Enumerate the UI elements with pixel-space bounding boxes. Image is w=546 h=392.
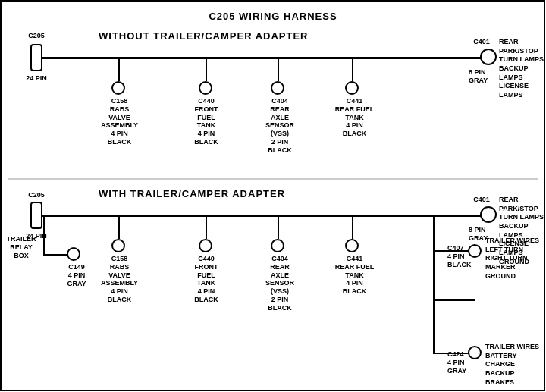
- top-c404-connector: [271, 81, 284, 95]
- top-c158-connector: [111, 81, 125, 95]
- top-c440-label: C440FRONT FUELTANK4 PIN BLACK: [187, 97, 225, 146]
- top-c401-label: C401: [470, 38, 493, 46]
- top-c205-pin: 24 PIN: [23, 74, 50, 83]
- bottom-right-branch-vline2: [433, 250, 435, 353]
- divider: [8, 178, 538, 180]
- bottom-c440-vline: [206, 216, 207, 239]
- bottom-c158-vline: [118, 216, 120, 239]
- top-c158-label: C158RABS VALVEASSEMBLY4 PIN BLACK: [99, 97, 140, 146]
- top-c440-connector: [199, 81, 212, 95]
- bottom-c440-label: C440FRONT FUELTANK4 PIN BLACK: [187, 255, 225, 304]
- bottom-c404-connector: [271, 239, 284, 252]
- bottom-c205-label: C205: [23, 191, 50, 199]
- top-c401-desc: REAR PARK/STOPTURN LAMPSBACKUP LAMPSLICE…: [499, 38, 546, 100]
- wiring-diagram: C205 WIRING HARNESS WITHOUT TRAILER/CAMP…: [0, 0, 546, 379]
- top-c404-vline: [278, 58, 279, 81]
- bottom-c158-connector: [111, 239, 125, 252]
- bottom-c149-connector: [67, 247, 80, 261]
- bottom-c440-connector: [199, 239, 212, 252]
- bottom-c404-vline: [278, 216, 279, 239]
- bottom-c404-label: C404REAR AXLESENSOR(VSS)2 PIN BLACK: [261, 255, 299, 312]
- bottom-c441-label: C441REAR FUELTANK4 PIN BLACK: [334, 255, 375, 296]
- bottom-relay-vline: [43, 216, 45, 254]
- bottom-c424-label: C4244 PINGRAY: [447, 350, 470, 375]
- bottom-c205-connector: [30, 202, 42, 229]
- top-main-line: [42, 57, 489, 59]
- top-c205-connector: [30, 44, 42, 71]
- top-c440-vline: [206, 58, 207, 81]
- bottom-right-branch-hline2: [433, 299, 475, 301]
- bottom-c441-vline: [352, 216, 353, 239]
- top-section-title: WITHOUT TRAILER/CAMPER ADAPTER: [99, 30, 309, 42]
- top-c441-connector: [345, 81, 359, 95]
- top-c441-vline: [352, 58, 353, 81]
- bottom-c441-connector: [345, 239, 359, 252]
- top-c205-label: C205: [23, 32, 50, 40]
- page-title: C205 WIRING HARNESS: [0, 5, 546, 22]
- bottom-c401-connector: [480, 206, 497, 223]
- bottom-c158-label: C158RABS VALVEASSEMBLY4 PIN BLACK: [99, 255, 140, 304]
- top-c441-label: C441REAR FUELTANK4 PIN BLACK: [334, 97, 375, 138]
- top-c158-vline: [118, 58, 120, 81]
- bottom-c407-label: C4074 PINBLACK: [447, 244, 470, 268]
- top-c404-label: C404REAR AXLESENSOR(VSS)2 PIN BLACK: [261, 97, 299, 155]
- bottom-c424-desc: TRAILER WIRESBATTERY CHARGEBACKUPBRAKES: [485, 343, 542, 387]
- bottom-c401-label: C401: [470, 196, 493, 204]
- bottom-c407-desc: TRAILER WIRESLEFT TURNRIGHT TURNMARKERGR…: [485, 237, 542, 281]
- bottom-c149-label: C1494 PIN GRAY: [58, 263, 96, 287]
- bottom-relay-label: TRAILERRELAYBOX: [2, 235, 41, 259]
- top-c401-connector: [480, 49, 497, 65]
- bottom-section-title: WITH TRAILER/CAMPER ADAPTER: [99, 188, 285, 199]
- top-c401-pin: 8 PINGRAY: [469, 68, 496, 85]
- bottom-main-line: [42, 215, 489, 217]
